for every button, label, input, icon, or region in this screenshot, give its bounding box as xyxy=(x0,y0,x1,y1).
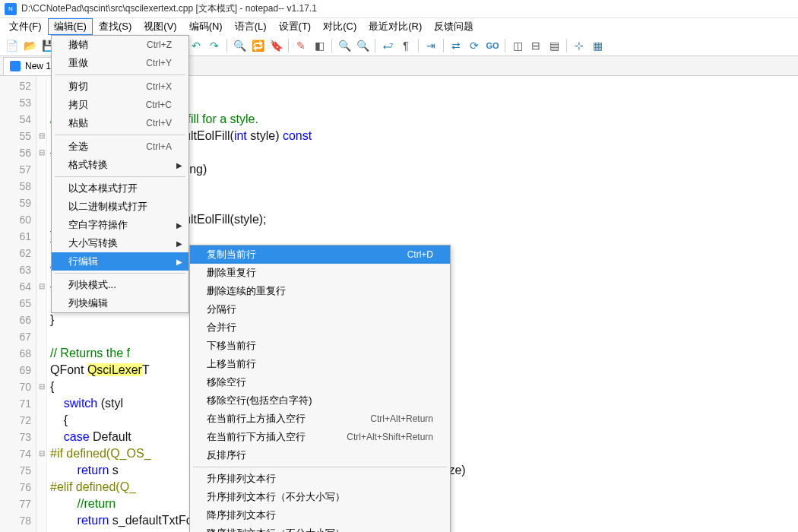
menu-recent-compare[interactable]: 最近对比(R) xyxy=(363,18,428,35)
menu-item[interactable]: 下移当前行 xyxy=(190,337,450,355)
eraser-icon[interactable]: ◧ xyxy=(311,37,328,54)
menu-find[interactable]: 查找(S) xyxy=(93,18,138,35)
menu-item[interactable]: 行编辑▶ xyxy=(52,252,188,271)
split-icon[interactable]: ◫ xyxy=(509,37,526,54)
undo-icon[interactable]: ↶ xyxy=(188,37,204,54)
menu-item[interactable]: 上移当前行 xyxy=(190,355,450,373)
edit-menu-dropdown: 撤销Ctrl+Z重做Ctrl+Y剪切Ctrl+X拷贝Ctrl+C粘贴Ctrl+V… xyxy=(51,35,189,313)
menu-item[interactable]: 反排序行 xyxy=(190,446,450,464)
fold-gutter: ⊟⊟⊟⊟⊟ xyxy=(36,76,47,532)
tab-new1[interactable]: New 1 xyxy=(3,57,58,75)
menu-item[interactable]: 大小写转换▶ xyxy=(52,234,188,252)
menu-item[interactable]: 拷贝Ctrl+C xyxy=(52,96,188,114)
menu-item[interactable]: 以文本模式打开 xyxy=(52,179,188,198)
menu-compare[interactable]: 对比(C) xyxy=(317,18,363,35)
zoom-out-icon[interactable]: 🔍 xyxy=(354,37,371,54)
menu-item[interactable]: 分隔行 xyxy=(190,300,450,318)
menu-item[interactable]: 空白字符操作▶ xyxy=(52,216,188,234)
tab-label: New 1 xyxy=(25,61,51,71)
menubar: 文件(F) 编辑(E) 查找(S) 视图(V) 编码(N) 语言(L) 设置(T… xyxy=(0,18,798,35)
menu-item[interactable]: 移除空行 xyxy=(190,373,450,391)
title-text: D:\CCNotePad\qscint\src\qscilexertext.cp… xyxy=(21,2,317,15)
menu-item[interactable]: 升序排列文本行 xyxy=(190,470,450,488)
menu-encoding[interactable]: 编码(N) xyxy=(183,18,229,35)
titlebar: N D:\CCNotePad\qscint\src\qscilexertext.… xyxy=(0,0,798,18)
menu-feedback[interactable]: 反馈问题 xyxy=(428,18,480,35)
menu-item[interactable]: 列块编辑 xyxy=(52,294,188,312)
go-icon[interactable]: GO xyxy=(484,37,501,54)
menu-item[interactable]: 在当前行下方插入空行Ctrl+Alt+Shift+Return xyxy=(190,428,450,446)
menu-item[interactable]: 格式转换▶ xyxy=(52,156,188,174)
replace-icon[interactable]: 🔁 xyxy=(249,37,266,54)
menu-item[interactable]: 复制当前行Ctrl+D xyxy=(190,245,450,264)
menu-item[interactable]: 重做Ctrl+Y xyxy=(52,54,188,72)
menu-item[interactable]: 撤销Ctrl+Z xyxy=(52,36,188,54)
menu-view[interactable]: 视图(V) xyxy=(138,18,182,35)
wrap-icon[interactable]: ⮐ xyxy=(379,37,396,54)
grid-icon[interactable]: ▦ xyxy=(589,37,606,54)
indent-icon[interactable]: ⇥ xyxy=(423,37,439,54)
menu-settings[interactable]: 设置(T) xyxy=(273,18,318,35)
menu-item[interactable]: 升序排列文本行（不分大小写） xyxy=(190,488,450,506)
open-file-icon[interactable]: 📂 xyxy=(21,37,38,54)
menu-item[interactable]: 合并行 xyxy=(190,318,450,337)
file-icon xyxy=(10,61,21,71)
menu-item[interactable]: 移除空行(包括空白字符) xyxy=(190,391,450,410)
zoom-in-icon[interactable]: 🔍 xyxy=(336,37,353,54)
redo-icon[interactable]: ↷ xyxy=(206,37,223,54)
menu-item[interactable]: 删除连续的重复行 xyxy=(190,282,450,300)
new-file-icon[interactable]: 📄 xyxy=(3,37,20,54)
menu-item[interactable]: 剪切Ctrl+X xyxy=(52,78,188,96)
menu-item[interactable]: 删除重复行 xyxy=(190,264,450,282)
menu-item[interactable]: 降序排列文本行（不分大小写） xyxy=(190,524,450,532)
app-icon: N xyxy=(5,3,17,15)
split2-icon[interactable]: ⊟ xyxy=(527,37,544,54)
menu-item[interactable]: 以二进制模式打开 xyxy=(52,198,188,216)
tree-icon[interactable]: ⊹ xyxy=(571,37,587,54)
menu-item[interactable]: 在当前行上方插入空行Ctrl+Alt+Return xyxy=(190,410,450,428)
split3-icon[interactable]: ▤ xyxy=(546,37,562,54)
whitespace-icon[interactable]: ¶ xyxy=(397,37,414,54)
menu-edit[interactable]: 编辑(E) xyxy=(48,18,93,35)
compare2-icon[interactable]: ⟳ xyxy=(466,37,483,54)
line-edit-submenu: 复制当前行Ctrl+D删除重复行删除连续的重复行分隔行合并行下移当前行上移当前行… xyxy=(189,245,451,532)
menu-item[interactable]: 降序排列文本行 xyxy=(190,506,450,524)
bookmark-icon[interactable]: 🔖 xyxy=(268,37,284,54)
line-gutter: 5253545556575859606162636465666768697071… xyxy=(0,76,36,532)
compare-icon[interactable]: ⇄ xyxy=(448,37,464,54)
menu-file[interactable]: 文件(F) xyxy=(3,18,48,35)
menu-item[interactable]: 列块模式... xyxy=(52,276,188,294)
menu-item[interactable]: 全选Ctrl+A xyxy=(52,138,188,156)
find-icon[interactable]: 🔍 xyxy=(231,37,248,54)
menu-item[interactable]: 粘贴Ctrl+V xyxy=(52,114,188,132)
brush-icon[interactable]: ✎ xyxy=(293,37,309,54)
menu-language[interactable]: 语言(L) xyxy=(229,18,273,35)
